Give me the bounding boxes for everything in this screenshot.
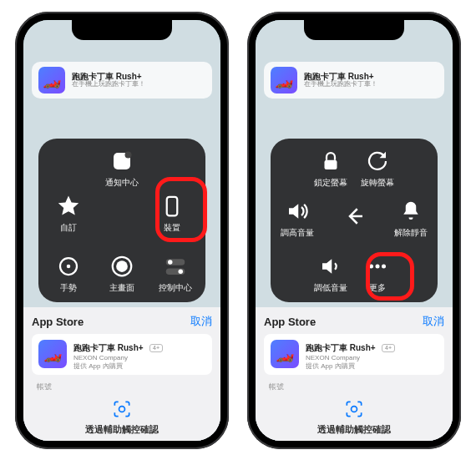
sheet-title: App Store xyxy=(264,316,316,328)
confirm-text: 透過輔助觸控確認 xyxy=(317,423,391,436)
phone-left: 🏎️ 跑跑卡丁車 Rush+ 在手機上玩跑跑卡丁車！ 通知中心 xyxy=(15,12,229,449)
assistive-touch-panel-device[interactable]: 鎖定螢幕 旋轉螢幕 調高音量 xyxy=(271,139,438,302)
gesture-icon xyxy=(56,254,81,279)
age-badge: 4+ xyxy=(149,344,163,352)
back-arrow-icon xyxy=(342,204,367,229)
assistive-touch-panel-main[interactable]: 通知中心 自訂 裝置 xyxy=(38,139,205,302)
svg-point-13 xyxy=(369,265,373,269)
confirm-area[interactable]: 透過輔助觸控確認 xyxy=(23,398,220,436)
svg-point-10 xyxy=(116,260,128,272)
at-custom[interactable]: 自訂 xyxy=(43,194,94,234)
at-rotate-screen[interactable]: 旋轉螢幕 xyxy=(352,149,403,189)
screen-left: 🏎️ 跑跑卡丁車 Rush+ 在手機上玩跑跑卡丁車！ 通知中心 xyxy=(23,20,220,441)
home-icon xyxy=(109,254,134,279)
screen-right: 🏎️ 跑跑卡丁車 Rush+ 在手機上玩跑跑卡丁車！ 鎖定螢幕 xyxy=(256,20,453,441)
app-banner: 🏎️ 跑跑卡丁車 Rush+ 在手機上玩跑跑卡丁車！ xyxy=(32,62,212,99)
account-label: 帳號 xyxy=(37,382,212,392)
cancel-button[interactable]: 取消 xyxy=(190,314,212,329)
rotate-icon xyxy=(365,149,390,174)
iap-label: 提供 App 內購買 xyxy=(306,362,395,370)
at-unmute[interactable]: 解除靜音 xyxy=(386,199,436,239)
bell-icon xyxy=(398,199,423,224)
at-volume-up[interactable]: 調高音量 xyxy=(272,199,322,239)
svg-rect-12 xyxy=(325,160,337,169)
at-control-center[interactable]: 控制中心 xyxy=(150,254,200,294)
more-icon xyxy=(365,254,390,279)
banner-subtitle: 在手機上玩跑跑卡丁車！ xyxy=(72,81,145,88)
phone-right: 🏎️ 跑跑卡丁車 Rush+ 在手機上玩跑跑卡丁車！ 鎖定螢幕 xyxy=(247,12,461,449)
iap-label: 提供 App 內購買 xyxy=(73,362,163,370)
app-name: 跑跑卡丁車 Rush+ xyxy=(73,343,144,352)
volume-up-icon xyxy=(285,199,310,224)
svg-point-1 xyxy=(125,152,132,159)
svg-point-14 xyxy=(376,265,380,269)
banner-app-icon: 🏎️ xyxy=(38,67,65,94)
app-name: 跑跑卡丁車 Rush+ xyxy=(306,343,376,352)
confirm-area[interactable]: 透過輔助觸控確認 xyxy=(256,398,453,436)
svg-point-8 xyxy=(179,270,184,275)
cancel-button[interactable]: 取消 xyxy=(423,314,444,329)
confirm-text: 透過輔助觸控確認 xyxy=(85,423,159,436)
app-banner: 🏎️ 跑跑卡丁車 Rush+ 在手機上玩跑跑卡丁車！ xyxy=(264,62,444,99)
svg-point-6 xyxy=(168,260,173,265)
app-row: 🏎️ 跑跑卡丁車 Rush+ 4+ NEXON Company 提供 App 內… xyxy=(32,334,212,375)
lock-icon xyxy=(318,149,343,174)
svg-point-16 xyxy=(352,407,357,412)
control-center-icon xyxy=(163,254,188,279)
svg-point-4 xyxy=(67,265,71,269)
at-lock-screen[interactable]: 鎖定螢幕 xyxy=(306,149,356,189)
app-icon: 🏎️ xyxy=(38,340,67,368)
assistive-touch-confirm-icon xyxy=(343,398,365,420)
at-notification-center[interactable]: 通知中心 xyxy=(97,149,147,189)
at-more[interactable]: 更多 xyxy=(352,254,403,294)
notification-center-icon xyxy=(109,149,134,174)
svg-rect-2 xyxy=(167,197,178,216)
notch xyxy=(304,20,404,40)
sheet-title: App Store xyxy=(32,316,84,328)
assistive-touch-confirm-icon xyxy=(111,398,133,420)
volume-down-icon xyxy=(318,254,343,279)
purchase-sheet: App Store 取消 🏎️ 跑跑卡丁車 Rush+ 4+ NEXON Com… xyxy=(256,307,453,441)
app-row: 🏎️ 跑跑卡丁車 Rush+ 4+ NEXON Company 提供 App 內… xyxy=(264,334,444,375)
device-icon xyxy=(160,194,185,219)
age-badge: 4+ xyxy=(382,344,395,352)
at-home[interactable]: 主畫面 xyxy=(97,254,147,294)
banner-subtitle: 在手機上玩跑跑卡丁車！ xyxy=(304,81,377,88)
app-icon: 🏎️ xyxy=(271,340,299,368)
company-name: NEXON Company xyxy=(306,354,395,361)
star-icon xyxy=(56,194,81,219)
at-device[interactable]: 裝置 xyxy=(147,194,197,234)
svg-point-11 xyxy=(119,407,125,412)
purchase-sheet: App Store 取消 🏎️ 跑跑卡丁車 Rush+ 4+ NEXON Com… xyxy=(23,307,220,441)
notch xyxy=(72,20,172,40)
at-gesture[interactable]: 手勢 xyxy=(43,254,94,294)
at-back[interactable] xyxy=(329,204,379,229)
svg-point-15 xyxy=(382,265,386,269)
at-volume-down[interactable]: 調低音量 xyxy=(306,254,356,294)
banner-app-icon: 🏎️ xyxy=(271,67,297,94)
account-label: 帳號 xyxy=(269,382,444,392)
company-name: NEXON Company xyxy=(73,354,163,361)
